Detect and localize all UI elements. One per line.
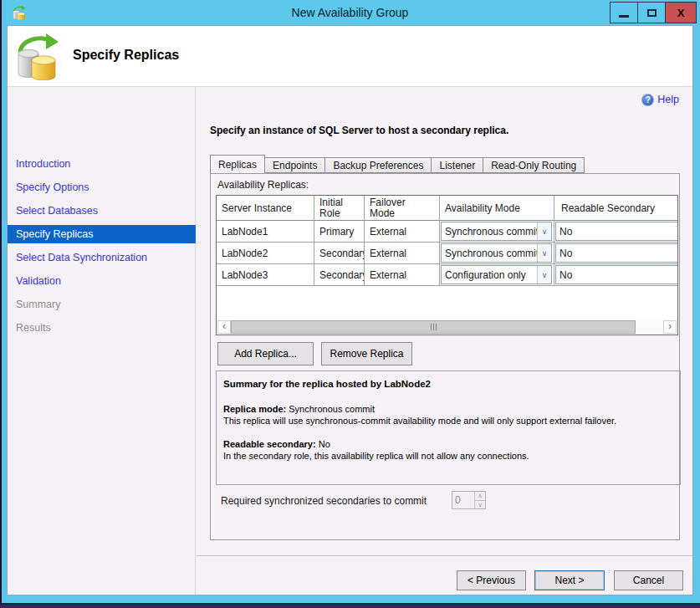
cell-server-instance[interactable]: LabNode3 [217,264,314,286]
cancel-button[interactable]: Cancel [614,570,683,590]
cell-availability-mode: Configuration only ∨ [440,264,554,286]
tab-replicas[interactable]: Replicas [210,155,265,173]
cell-readable-secondary: No [554,243,678,264]
availability-mode-dropdown[interactable]: Synchronous commit ∨ [441,243,552,263]
cell-availability-mode: Synchronous commit ∨ [440,243,554,264]
availability-replicas-grid: Server Instance Initial Role Failover Mo… [216,195,678,335]
required-secondaries-label: Required synchronized secondaries to com… [221,495,427,507]
spin-up-icon[interactable]: ∧ [475,492,485,501]
minimize-icon [619,15,629,18]
scrollbar-track[interactable] [636,320,663,334]
cell-initial-role[interactable]: Secondary [314,243,365,264]
sidebar-item-results: Results [8,319,196,337]
column-header-availability-mode[interactable]: Availability Mode [440,196,554,221]
cell-failover-mode[interactable]: External [365,243,440,264]
summary-readable-secondary: Readable secondary: No In the secondary … [223,438,673,462]
availability-replicas-label: Availability Replicas: [217,179,309,191]
scroll-left-icon[interactable]: ‹ [217,320,231,334]
window-edge-left [0,0,2,608]
required-secondaries-spinner[interactable]: ∧ ∨ [452,491,486,509]
replica-mode-label: Replica mode: [223,404,286,414]
scrollbar-thumb[interactable] [231,320,636,334]
tab-endpoints[interactable]: Endpoints [264,157,325,173]
next-button[interactable]: Next > [534,570,605,590]
cell-initial-role[interactable]: Secondary [314,264,365,286]
wizard-steps-sidebar: Introduction Specify Options Select Data… [8,87,196,595]
grid-row-labnode3: LabNode3 Secondary External Configuratio… [217,264,678,286]
page-title: Specify Replicas [73,48,179,63]
wizard-header: Specify Replicas [8,26,692,87]
sidebar-item-specify-options[interactable]: Specify Options [8,178,196,197]
scroll-right-icon[interactable]: › [663,320,677,334]
tab-read-only-routing[interactable]: Read-Only Routing [483,157,585,173]
add-replica-button[interactable]: Add Replica... [217,342,314,365]
maximize-icon [647,9,657,17]
readable-secondary-label: Readable secondary: [223,439,316,449]
availability-group-icon [16,32,59,80]
cell-server-instance[interactable]: LabNode2 [217,243,314,264]
spinner-buttons: ∧ ∨ [474,492,485,508]
cell-readable-secondary: No [554,264,678,286]
availability-mode-dropdown[interactable]: Configuration only ∨ [441,265,552,284]
previous-button[interactable]: < Previous [457,570,526,590]
grid-row-labnode2: LabNode2 Secondary External Synchronous … [217,243,678,264]
sidebar-item-validation[interactable]: Validation [8,272,196,290]
maximize-button[interactable] [637,2,666,23]
replicas-tab-panel: Availability Replicas: Server Instance I… [210,173,680,540]
remove-replica-button[interactable]: Remove Replica [321,342,412,365]
sidebar-item-summary: Summary [8,295,196,314]
availability-mode-dropdown[interactable]: Synchronous commit ∨ [441,222,552,241]
column-header-failover-mode[interactable]: Failover Mode [365,196,440,221]
readable-secondary-dropdown[interactable]: No [555,265,678,284]
cell-initial-role[interactable]: Primary [314,221,365,243]
help-label: Help [657,94,679,105]
titlebar[interactable]: New Availability Group X [0,0,700,25]
cell-failover-mode[interactable]: External [365,221,440,243]
instruction-text: Specify an instance of SQL Server to hos… [210,125,508,136]
cell-server-instance[interactable]: LabNode1 [217,221,314,243]
footer-separator [197,555,692,556]
close-button[interactable]: X [666,2,697,23]
summary-replica-mode: Replica mode: Synchronous commit This re… [223,403,673,427]
replica-summary-panel: Summary for the replica hosted by LabNod… [216,370,681,485]
chevron-down-icon[interactable]: ∨ [537,244,551,262]
minimize-button[interactable] [610,2,637,23]
sidebar-item-select-data-synchronization[interactable]: Select Data Synchronization [8,248,196,267]
close-icon: X [677,7,685,19]
cell-readable-secondary: No [554,221,678,243]
dialog-content: Specify Replicas Introduction Specify Op… [7,25,693,595]
spin-down-icon[interactable]: ∨ [475,501,485,509]
desktop-edge [0,605,700,608]
chevron-down-icon[interactable]: ∨ [537,266,551,284]
column-header-readable-secondary[interactable]: Readable Secondary [554,196,678,221]
replica-tabs: Replicas Endpoints Backup Preferences Li… [210,156,584,173]
window-title: New Availability Group [0,0,700,25]
readable-secondary-description: In the secondary role, this availability… [223,450,673,462]
help-link[interactable]: ? Help [641,93,679,106]
grid-row-labnode1: LabNode1 Primary External Synchronous co… [217,221,678,243]
cell-failover-mode[interactable]: External [365,264,440,286]
column-header-server-instance[interactable]: Server Instance [217,196,314,221]
summary-title: Summary for the replica hosted by LabNod… [223,378,673,390]
horizontal-scrollbar[interactable]: ‹ › [217,320,677,334]
sidebar-item-select-databases[interactable]: Select Databases [8,202,196,220]
sidebar-item-specify-replicas[interactable]: Specify Replicas [8,225,196,243]
readable-secondary-dropdown[interactable]: No [555,243,678,263]
readable-secondary-dropdown[interactable]: No [555,222,678,241]
scrollbar-grip [431,324,432,330]
tab-listener[interactable]: Listener [431,157,483,173]
cell-availability-mode: Synchronous commit ∨ [440,221,554,243]
required-secondaries-input[interactable] [452,492,474,508]
grid-header-row: Server Instance Initial Role Failover Mo… [217,196,678,221]
replica-mode-value: Synchronous commit [289,404,375,414]
replica-mode-description: This replica will use synchronous-commit… [223,415,673,427]
readable-secondary-value: No [319,439,330,449]
help-icon: ? [641,94,654,106]
sidebar-item-introduction[interactable]: Introduction [8,155,196,173]
chevron-down-icon[interactable]: ∨ [537,222,551,240]
new-availability-group-window: New Availability Group X Specify Replica… [0,0,700,608]
column-header-initial-role[interactable]: Initial Role [314,196,365,221]
tab-backup-preferences[interactable]: Backup Preferences [324,157,432,173]
